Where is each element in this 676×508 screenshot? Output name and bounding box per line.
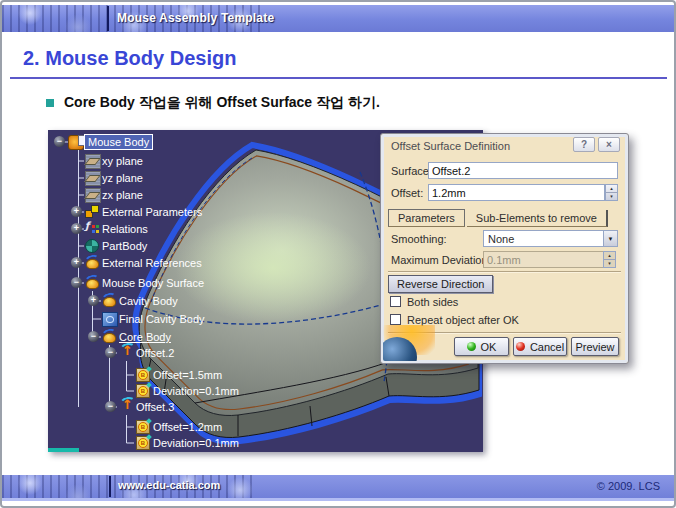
spin-up-icon: ▴ xyxy=(604,252,615,259)
tree-item-label[interactable]: Mouse Body xyxy=(85,135,152,149)
expander-icon[interactable]: − xyxy=(71,277,82,288)
repeat-object-checkbox[interactable] xyxy=(390,314,401,325)
dialog-title: Offset Surface Definition xyxy=(391,140,510,152)
final-cavity-icon xyxy=(102,312,118,327)
footer-copyright: © 2009. LCS xyxy=(597,480,660,492)
tab-sub-elements[interactable]: Sub-Elements to remove xyxy=(467,210,608,227)
preview-button[interactable]: Preview xyxy=(571,337,619,356)
tree-item-label[interactable]: Mouse Body Surface xyxy=(102,276,204,290)
reverse-direction-button[interactable]: Reverse Direction xyxy=(388,275,493,293)
max-deviation-label: Maximum Deviation: xyxy=(391,254,491,266)
tree-item-label[interactable]: Final Cavity Body xyxy=(119,312,205,326)
tree-item[interactable]: Deviation=0.1mm xyxy=(48,435,483,451)
expander-icon[interactable]: − xyxy=(88,331,99,342)
parameter-icon xyxy=(136,368,150,382)
both-sides-label[interactable]: Both sides xyxy=(407,296,458,308)
offset-input[interactable] xyxy=(428,184,605,201)
surface-input[interactable] xyxy=(428,162,618,179)
plane-icon xyxy=(85,154,101,169)
scene-sphere-decoration xyxy=(383,325,435,361)
tree-item-label[interactable]: Offset=1.5mm xyxy=(153,368,222,382)
max-deviation-input xyxy=(483,251,604,268)
footer-url: www.edu-catia.com xyxy=(118,479,220,491)
spin-down-icon: ▾ xyxy=(604,259,615,267)
header-divider xyxy=(107,6,109,31)
header-title: Mouse Assembly Template xyxy=(117,11,274,25)
cancel-button-label: Cancel xyxy=(530,341,564,353)
footer-bar: www.edu-catia.com © 2009. LCS xyxy=(2,475,674,501)
tree-item[interactable]: Offset=1.2mm xyxy=(48,419,483,435)
tree-item-label[interactable]: zx plane xyxy=(102,188,143,202)
both-sides-checkbox[interactable] xyxy=(390,296,401,307)
offset-label: Offset: xyxy=(391,187,423,199)
plane-icon xyxy=(85,188,101,203)
tab-parameters[interactable]: Parameters xyxy=(388,209,465,227)
tree-item-label[interactable]: Relations xyxy=(102,222,148,236)
expander-icon[interactable]: − xyxy=(54,136,65,147)
ok-green-dot-icon xyxy=(467,342,476,351)
parameters-icon xyxy=(85,205,99,218)
tree-item-label[interactable]: Offset.2 xyxy=(136,346,174,360)
cancel-button[interactable]: Cancel xyxy=(513,337,567,356)
smoothing-label: Smoothing: xyxy=(391,233,447,245)
body-icon xyxy=(85,256,99,269)
tree-item-label[interactable]: Cavity Body xyxy=(119,294,178,308)
slide: Mouse Assembly Template 2. Mouse Body De… xyxy=(0,0,676,508)
bullet-square-icon xyxy=(46,99,54,107)
preview-button-label: Preview xyxy=(575,341,614,353)
tree-item-label[interactable]: Deviation=0.1mm xyxy=(153,436,239,450)
body-icon xyxy=(102,294,116,307)
parameter-icon xyxy=(136,384,150,398)
footer-divider xyxy=(109,476,111,497)
spin-up-icon[interactable]: ▴ xyxy=(606,185,617,192)
page-title: 2. Mouse Body Design xyxy=(23,47,236,70)
offset-surface-dialog: Offset Surface Definition ? × Surface: O… xyxy=(380,133,629,364)
expander-icon[interactable]: + xyxy=(71,223,82,234)
smoothing-value: None xyxy=(484,233,603,245)
header-bar: Mouse Assembly Template xyxy=(2,5,674,32)
dropdown-arrow-icon[interactable]: ▼ xyxy=(603,231,617,246)
ok-button-label: OK xyxy=(481,341,497,353)
tree-item-label[interactable]: PartBody xyxy=(102,239,147,253)
body-icon xyxy=(102,330,116,343)
max-deviation-spinner: ▴ ▾ xyxy=(603,251,616,268)
separator xyxy=(388,271,621,273)
surface-label: Surface: xyxy=(391,165,432,177)
spin-down-icon[interactable]: ▾ xyxy=(606,192,617,200)
title-underline xyxy=(10,77,667,79)
offset-spinner[interactable]: ▴ ▾ xyxy=(605,184,618,201)
smoothing-dropdown[interactable]: None ▼ xyxy=(483,230,618,247)
offset-icon xyxy=(119,346,133,359)
ok-button[interactable]: OK xyxy=(454,337,509,356)
expander-icon[interactable]: + xyxy=(88,295,99,306)
tree-item-label[interactable]: yz plane xyxy=(102,171,143,185)
tree-item-label[interactable]: Core Body xyxy=(119,330,171,344)
tree-item[interactable]: Deviation=0.1mm xyxy=(48,383,483,399)
expander-icon[interactable]: − xyxy=(105,347,116,358)
plane-icon xyxy=(85,171,101,186)
tree-item-label[interactable]: Offset=1.2mm xyxy=(153,420,222,434)
tree-item-label[interactable]: xy plane xyxy=(102,154,143,168)
tree-item-label[interactable]: External Parameters xyxy=(102,205,202,219)
expander-icon[interactable]: + xyxy=(71,206,82,217)
bullet-text: Core Body 작업을 위해 Offset Surface 작업 하기. xyxy=(64,94,380,112)
relations-icon xyxy=(85,222,99,235)
tree-item[interactable]: − Offset.3 xyxy=(48,399,483,415)
cancel-red-dot-icon xyxy=(516,342,525,351)
expander-icon[interactable]: + xyxy=(71,257,82,268)
tree-item-label[interactable]: Deviation=0.1mm xyxy=(153,384,239,398)
tree-item-label[interactable]: Offset.3 xyxy=(136,400,174,414)
help-icon[interactable]: ? xyxy=(573,137,595,152)
partbody-icon xyxy=(85,239,99,253)
tree-item[interactable]: Offset=1.5mm xyxy=(48,367,483,383)
parameter-icon xyxy=(136,436,150,450)
tree-item-label[interactable]: External References xyxy=(102,256,202,270)
product-icon xyxy=(68,135,84,150)
viewport-bottom-strip xyxy=(48,448,79,452)
parameter-icon xyxy=(136,420,150,434)
bullet-row: Core Body 작업을 위해 Offset Surface 작업 하기. xyxy=(46,94,380,112)
expander-icon[interactable]: − xyxy=(105,401,116,412)
close-icon[interactable]: × xyxy=(598,137,620,152)
body-icon xyxy=(85,276,99,289)
offset-icon xyxy=(119,400,133,413)
